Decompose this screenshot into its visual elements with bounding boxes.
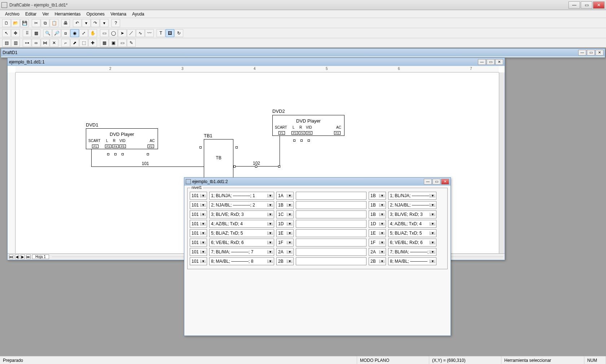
chevron-down-icon[interactable]: ▼ (379, 250, 385, 254)
zoom-window-icon[interactable]: ⧈ (61, 29, 70, 37)
text-field[interactable] (296, 257, 366, 265)
outer-max-icon[interactable]: ▭ (587, 50, 595, 56)
text-field[interactable] (296, 201, 366, 209)
menu-herramientas[interactable]: Herramientas (52, 11, 83, 17)
pointer-icon[interactable]: ↖ (2, 29, 11, 37)
zoom-out-icon[interactable]: 🔎 (52, 29, 61, 37)
close-button[interactable]: ✕ (593, 1, 605, 9)
move-icon[interactable]: ✥ (11, 29, 20, 37)
col-d-combo[interactable]: 1B▼ (369, 210, 386, 218)
table-icon[interactable]: ▦ (100, 39, 109, 47)
handle[interactable] (233, 165, 236, 168)
chevron-down-icon[interactable]: ▼ (287, 213, 293, 216)
col-d-combo[interactable]: 1B▼ (369, 192, 386, 200)
text-icon[interactable]: T (157, 29, 165, 37)
col-c-combo[interactable]: 2A▼ (276, 248, 294, 256)
help-icon[interactable]: ? (111, 19, 120, 27)
refresh-icon[interactable]: ↻ (175, 29, 183, 37)
col-a-combo[interactable]: 101▼ (190, 210, 207, 218)
tbl-max-icon[interactable]: ▭ (432, 179, 440, 185)
chevron-down-icon[interactable]: ▼ (430, 203, 435, 207)
layers-icon[interactable]: ▤ (2, 39, 11, 47)
conn-a-icon[interactable]: ⊶ (23, 39, 31, 47)
wire[interactable] (91, 167, 204, 167)
chevron-down-icon[interactable]: ▼ (267, 241, 273, 244)
arrow-icon[interactable]: ➤ (118, 29, 127, 37)
text-field[interactable] (296, 220, 366, 228)
col-e-combo[interactable]: 2; NJA/BL; ————▼ (388, 201, 436, 209)
chevron-down-icon[interactable]: ▼ (430, 259, 435, 263)
col-c-combo[interactable]: 1F▼ (276, 239, 294, 247)
menu-ver[interactable]: Ver (39, 11, 52, 17)
col-a-combo[interactable]: 101▼ (190, 257, 207, 265)
chevron-down-icon[interactable]: ▼ (267, 203, 273, 207)
chevron-down-icon[interactable]: ▼ (430, 194, 435, 197)
chevron-down-icon[interactable]: ▼ (200, 222, 206, 226)
col-a-combo[interactable]: 101▼ (190, 220, 207, 228)
col-d-combo[interactable]: 1B▼ (369, 201, 386, 209)
chevron-down-icon[interactable]: ▼ (430, 250, 435, 254)
col-c-combo[interactable]: 1B▼ (276, 201, 294, 209)
rect-icon[interactable]: ▭ (100, 29, 109, 37)
col-d-combo[interactable]: 1F▼ (369, 239, 386, 247)
tag-icon[interactable]: ▭ (118, 39, 127, 47)
text-field[interactable] (296, 229, 366, 237)
tab-next-icon[interactable]: ▶ (21, 254, 25, 259)
chevron-down-icon[interactable]: ▼ (267, 231, 273, 235)
col-b-combo[interactable]: 4; AZ/BL; TxD; 4▼ (209, 220, 274, 228)
handle[interactable] (308, 139, 310, 142)
col-b-combo[interactable]: 8; MA/BL; ————; 8▼ (209, 257, 274, 265)
chevron-down-icon[interactable]: ▼ (379, 231, 385, 235)
tab-first-icon[interactable]: ⏮ (9, 254, 13, 259)
sheets-icon[interactable]: ▥ (11, 39, 20, 47)
chevron-down-icon[interactable]: ▼ (267, 213, 273, 216)
col-c-combo[interactable]: 2B▼ (276, 257, 294, 265)
stair-icon[interactable]: ⬚ (79, 39, 88, 47)
menu-ayuda[interactable]: Ayuda (129, 11, 147, 17)
chevron-down-icon[interactable]: ▼ (267, 250, 273, 254)
copy-icon[interactable]: ⧉ (41, 19, 49, 27)
grid-lines-icon[interactable]: ▦ (32, 29, 40, 37)
handle[interactable] (293, 139, 295, 142)
chevron-down-icon[interactable]: ▼ (287, 203, 293, 207)
chevron-down-icon[interactable]: ▼ (430, 222, 435, 226)
conn-b-icon[interactable]: ∞ (32, 39, 40, 47)
dvd2-block[interactable]: DVD Player SCART L R VID AC P1 P3 P4 P5 (272, 115, 344, 136)
minimize-button[interactable]: — (568, 1, 580, 9)
col-b-combo[interactable]: 3; BL/VE; RxD; 3▼ (209, 210, 274, 218)
col-d-combo[interactable]: 2A▼ (369, 248, 386, 256)
col-e-combo[interactable]: 8; MA/BL; ————▼ (388, 257, 436, 265)
chevron-down-icon[interactable]: ▼ (267, 259, 273, 263)
text-field[interactable] (296, 239, 366, 247)
tb1-block[interactable]: TB (204, 139, 233, 182)
outer-frame-titlebar[interactable]: DraftD1 — ▭ ✕ (1, 49, 605, 57)
menu-ventana[interactable]: Ventana (107, 11, 129, 17)
chevron-down-icon[interactable]: ▼ (379, 259, 385, 263)
col-e-combo[interactable]: 7; BL/MA; ————;▼ (388, 248, 436, 256)
col-b-combo[interactable]: 6; VE/BL; RxD; 6▼ (209, 239, 274, 247)
wire[interactable] (91, 149, 92, 167)
handle[interactable] (114, 153, 117, 155)
handle[interactable] (107, 153, 109, 155)
col-a-combo[interactable]: 101▼ (190, 201, 207, 209)
draw-min-icon[interactable]: — (478, 59, 486, 65)
ellipse-icon[interactable]: ◯ (109, 29, 118, 37)
text-field[interactable] (296, 210, 366, 218)
handle[interactable] (147, 153, 149, 155)
menu-editar[interactable]: Editar (22, 11, 39, 17)
zoom-in-icon[interactable]: 🔍 (43, 29, 52, 37)
outer-close-icon[interactable]: ✕ (596, 50, 603, 56)
chevron-down-icon[interactable]: ▼ (200, 250, 206, 254)
drawing-titlebar[interactable]: ejemplo_tb1.dd1:1 — ▭ ✕ (8, 58, 505, 66)
col-e-combo[interactable]: 1; BL/NJA; ————▼ (388, 192, 436, 200)
tbl-close-icon[interactable]: ✕ (441, 179, 449, 185)
handle[interactable] (236, 146, 238, 148)
handle[interactable] (122, 153, 124, 155)
col-c-combo[interactable]: 1D▼ (276, 220, 294, 228)
print-icon[interactable]: 🖶 (61, 19, 70, 27)
redo-dropdown-icon[interactable]: ▾ (100, 19, 109, 27)
col-e-combo[interactable]: 3; BL/VE; RxD; 3▼ (388, 210, 436, 218)
outer-min-icon[interactable]: — (578, 50, 586, 56)
conn-d-icon[interactable]: ✕ (50, 39, 58, 47)
curve-icon[interactable]: 〰 (145, 29, 154, 37)
